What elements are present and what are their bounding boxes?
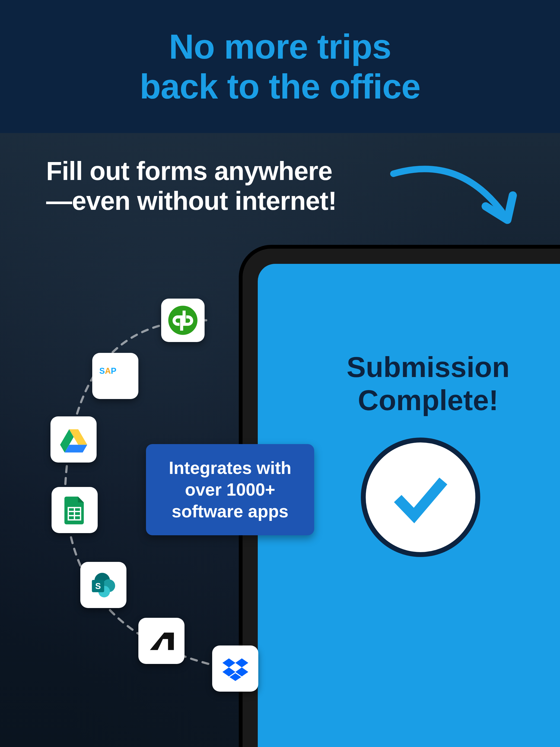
google-sheets-icon xyxy=(52,487,98,533)
submission-complete-text: Submission Complete! xyxy=(258,351,560,417)
checkmark-icon xyxy=(388,465,453,530)
google-drive-icon xyxy=(51,416,97,463)
svg-text:S: S xyxy=(95,581,101,591)
integrates-line3: software apps xyxy=(172,501,288,521)
sharepoint-icon: S xyxy=(80,562,127,608)
sap-label: SAP xyxy=(99,360,132,392)
headline-line2: back to the office xyxy=(140,67,421,106)
autodesk-icon xyxy=(138,618,185,664)
svg-marker-15 xyxy=(222,658,235,667)
svg-marker-16 xyxy=(235,658,248,667)
subheading: Fill out forms anywhere —even without in… xyxy=(46,156,337,216)
submission-line1: Submission xyxy=(347,351,510,383)
headline: No more trips back to the office xyxy=(140,27,421,106)
curved-arrow-icon xyxy=(388,157,524,233)
subheading-line2: —even without internet! xyxy=(46,186,337,215)
subheading-line1: Fill out forms anywhere xyxy=(46,156,332,185)
svg-text:SAP: SAP xyxy=(99,366,116,375)
integrates-badge: Integrates with over 1000+ software apps xyxy=(146,444,314,535)
sap-icon: SAP xyxy=(92,353,138,399)
integrates-line1: Integrates with xyxy=(169,458,291,478)
checkmark-circle xyxy=(361,438,480,557)
quickbooks-icon xyxy=(161,299,205,342)
submission-line2: Complete! xyxy=(358,384,499,416)
headline-line1: No more trips xyxy=(169,27,391,66)
top-banner: No more trips back to the office xyxy=(0,0,560,133)
svg-marker-5 xyxy=(78,496,84,502)
integrates-line2: over 1000+ xyxy=(185,480,275,499)
dropbox-icon xyxy=(212,645,258,692)
